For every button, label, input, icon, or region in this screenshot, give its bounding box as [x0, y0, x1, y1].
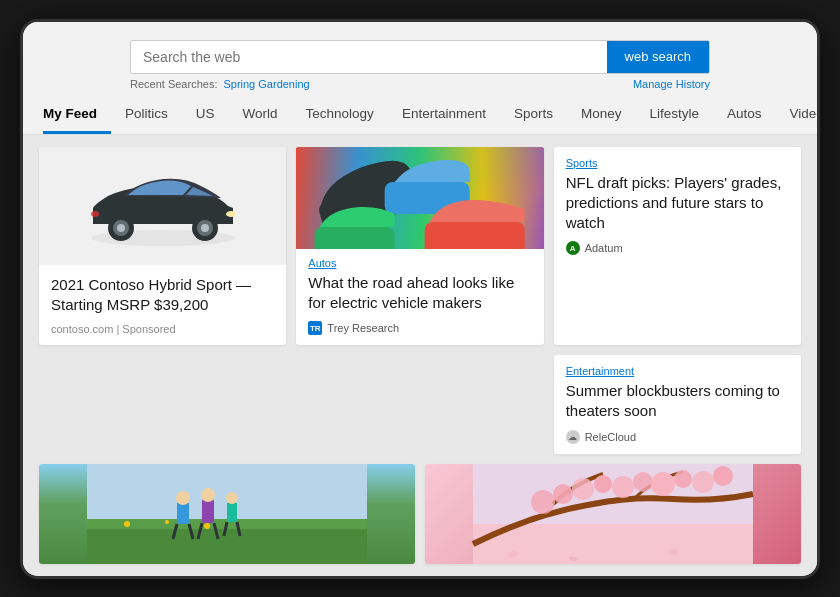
- recent-search-term[interactable]: Spring Gardening: [223, 78, 309, 90]
- tab-my-feed[interactable]: My Feed: [43, 96, 111, 134]
- svg-point-30: [226, 492, 238, 504]
- tab-autos[interactable]: Autos: [713, 96, 776, 134]
- svg-point-43: [692, 471, 714, 493]
- svg-rect-34: [473, 464, 753, 524]
- tab-technology[interactable]: Technology: [292, 96, 388, 134]
- search-input[interactable]: [131, 41, 607, 73]
- car-image: [39, 147, 286, 265]
- bottom-row: [39, 464, 801, 564]
- card-title-entertainment: Summer blockbusters coming to theaters s…: [566, 381, 789, 422]
- svg-rect-17: [87, 529, 367, 564]
- svg-point-20: [204, 523, 210, 529]
- card-body-nfl: Sports NFL draft picks: Players' grades,…: [554, 147, 801, 346]
- card-title: 2021 Contoso Hybrid Sport — Starting MSR…: [51, 275, 274, 316]
- card-source-row-sports: A Adatum: [566, 241, 789, 255]
- svg-point-42: [674, 470, 692, 488]
- tab-sports[interactable]: Sports: [500, 96, 567, 134]
- svg-point-39: [612, 476, 634, 498]
- card-electric-vehicle[interactable]: Autos What the road ahead looks like for…: [296, 147, 543, 346]
- svg-rect-12: [315, 227, 395, 249]
- screen: web search Recent Searches: Spring Garde…: [23, 22, 817, 576]
- tab-politics[interactable]: Politics: [111, 96, 182, 134]
- hiking-image: [39, 464, 415, 564]
- svg-point-26: [201, 488, 215, 502]
- source-icon-tr: TR: [308, 321, 322, 335]
- source-name-relecloud: ReleCloud: [585, 431, 636, 443]
- source-icon-relecloud: ☁: [566, 430, 580, 444]
- card-body: 2021 Contoso Hybrid Sport — Starting MSR…: [39, 265, 286, 346]
- card-category-autos[interactable]: Autos: [308, 257, 531, 269]
- source-name-trey: Trey Research: [327, 322, 399, 334]
- tab-money[interactable]: Money: [567, 96, 636, 134]
- tab-us[interactable]: US: [182, 96, 229, 134]
- card-body-electric: Autos What the road ahead looks like for…: [296, 249, 543, 346]
- svg-point-18: [124, 521, 130, 527]
- svg-point-19: [165, 520, 169, 524]
- tab-lifestyle[interactable]: Lifestyle: [635, 96, 713, 134]
- svg-point-35: [531, 490, 555, 514]
- cherry-image: [425, 464, 801, 564]
- svg-point-41: [651, 472, 675, 496]
- card-source-row-entertainment: ☁ ReleCloud: [566, 430, 789, 444]
- search-area: web search Recent Searches: Spring Garde…: [23, 22, 817, 96]
- svg-point-8: [91, 211, 99, 217]
- card-nfl[interactable]: Sports NFL draft picks: Players' grades,…: [554, 147, 801, 346]
- card-sponsored-car[interactable]: 2021 Contoso Hybrid Sport — Starting MSR…: [39, 147, 286, 346]
- svg-point-44: [713, 466, 733, 486]
- card-title-nfl: NFL draft picks: Players' grades, predic…: [566, 173, 789, 234]
- tab-entertainment[interactable]: Entertainment: [388, 96, 500, 134]
- recent-searches: Recent Searches: Spring Gardening: [130, 78, 310, 90]
- device-frame: web search Recent Searches: Spring Garde…: [20, 19, 820, 579]
- svg-rect-21: [177, 502, 189, 524]
- card-cherry-blossom[interactable]: [425, 464, 801, 564]
- svg-point-40: [633, 472, 653, 492]
- source-name-adatum: Adatum: [585, 242, 623, 254]
- cars-image: [296, 147, 543, 249]
- card-category-sports[interactable]: Sports: [566, 157, 789, 169]
- svg-point-37: [572, 478, 594, 500]
- svg-point-36: [553, 484, 573, 504]
- svg-rect-25: [202, 499, 214, 523]
- card-hiking[interactable]: [39, 464, 415, 564]
- card-category-entertainment[interactable]: Entertainment: [566, 365, 789, 377]
- svg-point-47: [668, 549, 678, 555]
- card-body-entertainment: Entertainment Summer blockbusters coming…: [554, 355, 801, 454]
- card-entertainment[interactable]: Entertainment Summer blockbusters coming…: [554, 355, 801, 454]
- recent-searches-label: Recent Searches:: [130, 78, 217, 90]
- card-title-electric: What the road ahead looks like for elect…: [308, 273, 531, 314]
- svg-rect-13: [425, 222, 525, 249]
- search-row: web search: [130, 40, 710, 74]
- svg-point-22: [176, 491, 190, 505]
- card-source-row: TR Trey Research: [308, 321, 531, 335]
- svg-point-3: [117, 224, 125, 232]
- svg-point-7: [226, 211, 236, 217]
- search-button[interactable]: web search: [607, 41, 709, 73]
- source-icon-adatum: A: [566, 241, 580, 255]
- search-meta: Recent Searches: Spring Gardening Manage…: [130, 78, 710, 90]
- svg-point-6: [201, 224, 209, 232]
- tab-video[interactable]: Video: [776, 96, 817, 134]
- svg-rect-29: [227, 502, 237, 522]
- manage-history-link[interactable]: Manage History: [633, 78, 710, 90]
- card-source: contoso.com | Sponsored: [51, 323, 274, 335]
- svg-point-38: [594, 475, 612, 493]
- tab-world[interactable]: World: [229, 96, 292, 134]
- nav-tabs: My Feed Politics US World Technology Ent…: [23, 96, 817, 135]
- content-area: 2021 Contoso Hybrid Sport — Starting MSR…: [23, 135, 817, 576]
